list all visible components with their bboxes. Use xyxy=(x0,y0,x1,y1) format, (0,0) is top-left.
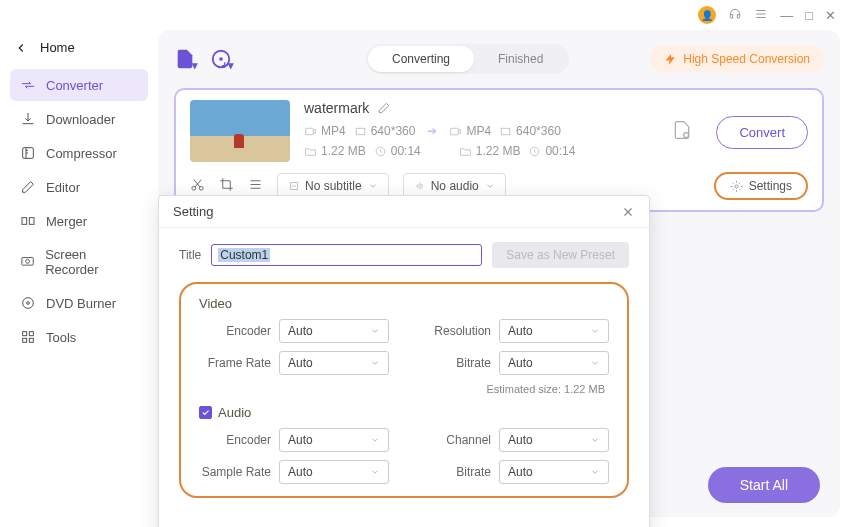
subtitle-icon xyxy=(288,180,300,192)
svg-point-4 xyxy=(26,259,30,263)
tab-finished[interactable]: Finished xyxy=(474,46,567,72)
audio-checkbox[interactable] xyxy=(199,406,212,419)
add-disc-button[interactable]: +▾ xyxy=(210,48,232,70)
high-speed-badge[interactable]: High Speed Conversion xyxy=(650,46,824,72)
file-card: watermark MP4 640*360 ➔ MP4 640*360 1.22… xyxy=(174,88,824,212)
tab-converting[interactable]: Converting xyxy=(368,46,474,72)
svg-rect-1 xyxy=(22,218,27,225)
sidebar: Home Converter Downloader Compressor Edi… xyxy=(0,30,158,527)
audio-bitrate-select[interactable]: Auto xyxy=(499,460,609,484)
svg-rect-14 xyxy=(356,128,365,135)
svg-rect-2 xyxy=(29,218,34,225)
title-label: Title xyxy=(179,248,201,262)
bolt-icon xyxy=(664,53,677,66)
modal-close-icon[interactable] xyxy=(621,205,635,219)
title-input[interactable]: Custom1 xyxy=(211,244,482,266)
video-icon xyxy=(304,125,317,138)
svg-point-6 xyxy=(27,302,30,305)
edit-title-icon[interactable] xyxy=(377,101,391,115)
start-all-button[interactable]: Start All xyxy=(708,467,820,503)
video-thumbnail[interactable] xyxy=(190,100,290,162)
video-icon xyxy=(449,125,462,138)
tab-switch: Converting Finished xyxy=(366,44,569,74)
sidebar-item-downloader[interactable]: Downloader xyxy=(10,103,148,135)
svg-point-22 xyxy=(735,184,738,187)
list-icon[interactable] xyxy=(248,177,263,195)
sidebar-item-converter[interactable]: Converter xyxy=(10,69,148,101)
close-button[interactable]: ✕ xyxy=(825,8,836,23)
chevron-down-icon xyxy=(368,181,378,191)
sidebar-item-tools[interactable]: Tools xyxy=(10,321,148,353)
chevron-left-icon xyxy=(14,41,28,55)
crop-icon[interactable] xyxy=(219,177,234,195)
resolution-icon xyxy=(354,125,367,138)
svg-rect-9 xyxy=(23,338,27,342)
clock-icon xyxy=(374,145,387,158)
titlebar: 👤 — □ ✕ xyxy=(0,0,850,30)
compress-icon xyxy=(20,145,36,161)
audio-icon xyxy=(414,180,426,192)
arrow-icon: ➔ xyxy=(427,124,437,138)
cut-icon[interactable] xyxy=(190,177,205,195)
svg-rect-7 xyxy=(23,332,27,336)
chevron-down-icon xyxy=(485,181,495,191)
output-format-button[interactable] xyxy=(672,120,692,143)
download-icon xyxy=(20,111,36,127)
audio-encoder-select[interactable]: Auto xyxy=(279,428,389,452)
menu-icon[interactable] xyxy=(754,7,768,24)
editor-icon xyxy=(20,179,36,195)
clock-icon xyxy=(528,145,541,158)
sidebar-item-dvd-burner[interactable]: DVD Burner xyxy=(10,287,148,319)
settings-button[interactable]: Settings xyxy=(714,172,808,200)
resolution-icon xyxy=(499,125,512,138)
folder-icon xyxy=(304,145,317,158)
folder-icon xyxy=(459,145,472,158)
convert-button[interactable]: Convert xyxy=(716,116,808,149)
svg-point-19 xyxy=(684,133,689,138)
sidebar-item-compressor[interactable]: Compressor xyxy=(10,137,148,169)
home-nav[interactable]: Home xyxy=(10,40,148,69)
svg-rect-13 xyxy=(306,128,314,135)
dvd-icon xyxy=(20,295,36,311)
svg-rect-16 xyxy=(501,128,510,135)
video-encoder-select[interactable]: Auto xyxy=(279,319,389,343)
gear-icon xyxy=(730,180,743,193)
headset-icon[interactable] xyxy=(728,7,742,24)
maximize-button[interactable]: □ xyxy=(805,8,813,23)
add-file-button[interactable]: +▾ xyxy=(174,48,196,70)
modal-title: Setting xyxy=(173,204,213,219)
channel-select[interactable]: Auto xyxy=(499,428,609,452)
sidebar-item-screen-recorder[interactable]: Screen Recorder xyxy=(10,239,148,285)
minimize-button[interactable]: — xyxy=(780,8,793,23)
svg-point-5 xyxy=(23,298,34,309)
home-label: Home xyxy=(40,40,75,55)
svg-rect-15 xyxy=(451,128,459,135)
save-preset-button: Save as New Preset xyxy=(492,242,629,268)
file-title: watermark xyxy=(304,100,369,116)
samplerate-select[interactable]: Auto xyxy=(279,460,389,484)
svg-rect-8 xyxy=(29,332,33,336)
user-avatar-icon[interactable]: 👤 xyxy=(698,6,716,24)
video-audio-group: Video EncoderAuto ResolutionAuto Frame R… xyxy=(179,282,629,498)
svg-rect-3 xyxy=(22,258,33,266)
svg-rect-10 xyxy=(29,338,33,342)
settings-modal: Setting Title Custom1 Save as New Preset… xyxy=(158,195,650,527)
tools-icon xyxy=(20,329,36,345)
video-section-label: Video xyxy=(199,296,609,311)
audio-section-label: Audio xyxy=(199,405,609,420)
converter-icon xyxy=(20,77,36,93)
merger-icon xyxy=(20,213,36,229)
estimated-size: Estimated size: 1.22 MB xyxy=(419,383,609,395)
topbar: +▾ +▾ Converting Finished High Speed Con… xyxy=(174,44,824,74)
video-bitrate-select[interactable]: Auto xyxy=(499,351,609,375)
resolution-select[interactable]: Auto xyxy=(499,319,609,343)
recorder-icon xyxy=(20,254,35,270)
framerate-select[interactable]: Auto xyxy=(279,351,389,375)
sidebar-item-editor[interactable]: Editor xyxy=(10,171,148,203)
sidebar-item-merger[interactable]: Merger xyxy=(10,205,148,237)
